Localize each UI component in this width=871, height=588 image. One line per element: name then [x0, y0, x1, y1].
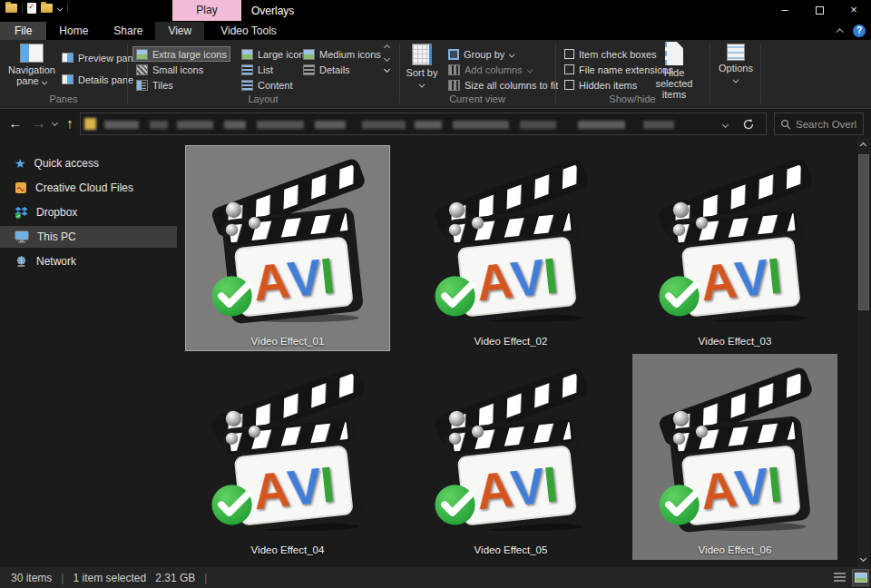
medium-icons-icon	[303, 49, 315, 60]
selection-info: 1 item selected	[73, 572, 146, 584]
avi-file-icon	[648, 148, 822, 328]
layout-tiles[interactable]: Tiles	[132, 77, 177, 93]
details-view-icon	[834, 573, 846, 583]
add-columns-icon	[448, 64, 460, 75]
caret-down-icon	[733, 77, 739, 83]
vertical-scrollbar[interactable]	[857, 138, 870, 567]
ribbon: Navigation pane Preview pane Details pan…	[0, 40, 871, 109]
sidebar-item-quick-access[interactable]: ★ Quick access	[0, 152, 177, 174]
tab-view[interactable]: View	[155, 22, 204, 40]
gallery-scroll-down-icon[interactable]	[384, 55, 390, 62]
properties-icon[interactable]	[27, 3, 36, 14]
folder-icon	[84, 118, 96, 130]
collapse-ribbon-icon[interactable]	[836, 28, 843, 35]
file-tile-video-effect-03[interactable]: Video Effect_03	[632, 145, 837, 351]
gallery-more-icon[interactable]	[384, 66, 390, 73]
selection-size: 2.31 GB	[155, 572, 195, 584]
file-name: Video Effect_04	[185, 544, 390, 555]
avi-file-icon	[201, 148, 375, 328]
monitor-icon	[15, 230, 29, 243]
redacted-path-segment	[362, 121, 406, 129]
small-icons-icon	[136, 64, 148, 75]
maximize-button[interactable]	[802, 0, 837, 22]
details-view-icon	[303, 64, 315, 75]
hide-selected-items-button[interactable]: Hide selected items	[644, 42, 704, 100]
folder-icon[interactable]	[5, 4, 17, 13]
sidebar-item-this-pc[interactable]: This PC	[0, 226, 177, 248]
group-label-panes: Panes	[0, 93, 127, 104]
tab-share[interactable]: Share	[101, 22, 155, 40]
preview-pane-button[interactable]: Preview pane	[58, 50, 142, 65]
gallery-scroll-up-icon[interactable]	[384, 44, 390, 51]
scroll-down-icon[interactable]	[860, 555, 866, 562]
preview-pane-icon	[62, 53, 73, 63]
layout-small-icons[interactable]: Small icons	[132, 62, 207, 77]
file-tile-video-effect-02[interactable]: Video Effect_02	[408, 145, 613, 351]
caret-down-icon	[526, 66, 533, 73]
thumbnail-view-button[interactable]	[852, 569, 869, 586]
refresh-icon[interactable]	[742, 118, 755, 131]
file-tile-video-effect-06[interactable]: Video Effect_06	[632, 354, 837, 560]
new-folder-icon[interactable]	[41, 4, 53, 13]
minimize-button[interactable]: –	[768, 0, 802, 22]
layout-content[interactable]: Content	[238, 77, 297, 93]
details-view-label: Details	[319, 64, 350, 75]
file-tile-video-effect-05[interactable]: Video Effect_05	[408, 354, 613, 560]
recent-locations-caret-icon[interactable]	[52, 120, 58, 126]
hide-selected-items-icon	[665, 42, 683, 65]
redacted-path-segment	[224, 121, 246, 129]
options-button[interactable]: Options	[715, 44, 757, 84]
address-dropdown-caret-icon[interactable]	[722, 122, 729, 128]
avi-file-icon	[424, 148, 598, 328]
sidebar-label: This PC	[37, 230, 76, 243]
sidebar-item-dropbox[interactable]: Dropbox	[0, 201, 177, 223]
redacted-path-segment	[578, 121, 625, 129]
size-columns-icon	[448, 80, 460, 91]
help-icon[interactable]: ?	[853, 24, 866, 37]
file-tile-video-effect-01[interactable]: Video Effect_01	[185, 145, 390, 351]
hidden-items-toggle[interactable]: Hidden items	[561, 77, 641, 93]
scroll-up-icon[interactable]	[860, 142, 866, 149]
navigation-pane-button[interactable]: Navigation pane	[7, 44, 56, 86]
tab-file[interactable]: File	[0, 22, 46, 40]
group-by-button[interactable]: Group by	[445, 46, 518, 62]
details-view-button[interactable]	[831, 569, 848, 586]
group-separator	[760, 44, 761, 103]
sidebar-label: Network	[36, 255, 76, 268]
details-pane-button[interactable]: Details pane	[58, 72, 137, 87]
maximize-icon	[816, 6, 824, 15]
sort-by-icon	[412, 44, 432, 65]
checkbox-icon	[564, 49, 574, 59]
redacted-path-segment	[150, 121, 168, 129]
sidebar-item-creative-cloud-files[interactable]: Creative Cloud Files	[0, 177, 177, 199]
sidebar-label: Creative Cloud Files	[35, 181, 133, 194]
tab-video-tools[interactable]: Video Tools	[208, 22, 289, 40]
layout-extra-large-icons[interactable]: Extra large icons	[132, 46, 230, 62]
close-button[interactable]: ×	[837, 0, 871, 22]
tab-home[interactable]: Home	[46, 22, 101, 40]
separator: |	[204, 572, 207, 584]
search-box[interactable]	[774, 113, 864, 135]
contextual-tab-play[interactable]: Play	[172, 0, 241, 21]
redacted-path-segment	[257, 121, 304, 129]
sidebar-item-network[interactable]: Network	[0, 250, 177, 272]
customize-toolbar-caret-icon[interactable]	[57, 5, 64, 12]
redacted-path-segment	[315, 121, 346, 129]
back-button[interactable]: ←	[5, 113, 25, 133]
layout-medium-icons[interactable]: Medium icons	[299, 46, 385, 62]
search-input[interactable]	[796, 119, 857, 130]
sort-by-button[interactable]: Sort by	[405, 44, 439, 89]
file-tile-video-effect-04[interactable]: Video Effect_04	[185, 354, 390, 560]
add-columns-button[interactable]: Add columns	[445, 62, 536, 77]
up-button[interactable]: ↑	[60, 113, 80, 133]
address-bar[interactable]	[80, 113, 767, 135]
group-label-layout: Layout	[127, 93, 399, 104]
layout-list[interactable]: List	[238, 62, 277, 77]
checkbox-icon	[564, 80, 574, 90]
navigation-pane-icon	[20, 44, 44, 63]
layout-details[interactable]: Details	[299, 62, 354, 77]
redacted-path-segment	[415, 121, 442, 129]
forward-button[interactable]: →	[29, 113, 49, 133]
size-all-columns-button[interactable]: Size all columns to fit	[445, 77, 562, 93]
scrollbar-thumb[interactable]	[858, 154, 869, 310]
